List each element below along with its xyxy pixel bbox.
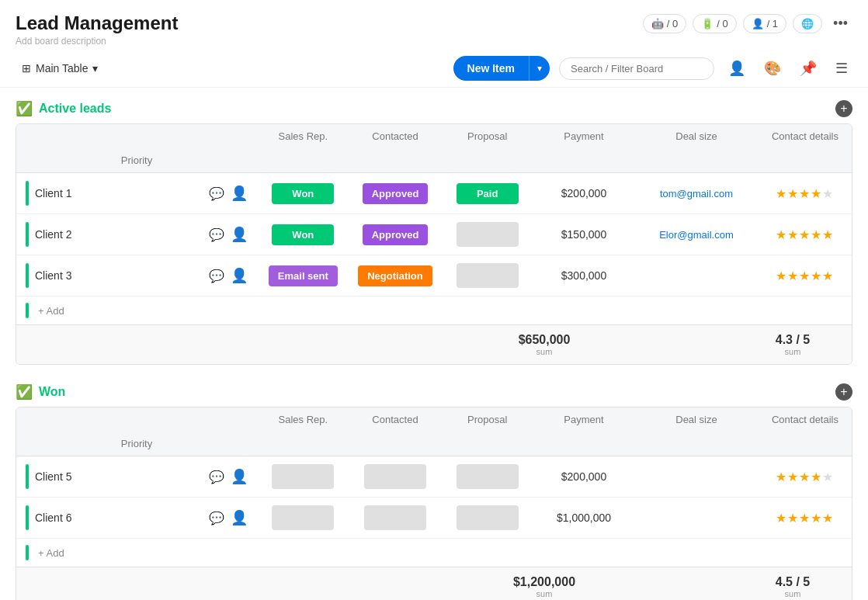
contact-email[interactable]: tom@gmail.com: [660, 188, 733, 199]
new-item-btn[interactable]: New Item: [453, 56, 529, 81]
th-deal-size: Deal size: [634, 124, 759, 148]
th-contacted: Contacted: [349, 124, 442, 148]
status-badge-proposal[interactable]: Negotiation: [358, 265, 432, 286]
filter-icon-btn[interactable]: ☰: [831, 57, 852, 80]
add-color-bar: [26, 545, 29, 560]
toolbar: ⊞ Main Table ▾ New Item ▾ 👤 🎨 📌 ☰: [0, 50, 868, 88]
group-add-btn-won[interactable]: +: [835, 383, 852, 401]
cell-payment[interactable]: [441, 460, 533, 494]
status-empty-payment: [457, 464, 519, 489]
cell-priority: ★★★★★: [759, 223, 852, 247]
avatar-icon[interactable]: 👤: [231, 267, 248, 284]
header-right: 🤖 / 0 🔋 / 0 👤 / 1 🌐 •••: [643, 12, 852, 35]
row-name-cell: Client 2 💬 👤: [16, 214, 257, 255]
summary-priority: 4.3 / 5 sum: [746, 333, 839, 356]
battery-btn[interactable]: 🔋 / 0: [693, 14, 736, 33]
cell-proposal[interactable]: Negotiation: [349, 261, 442, 291]
summary-priority: 4.5 / 5 sum: [746, 575, 839, 598]
app-header: Lead Management Add board description 🤖 …: [0, 0, 868, 88]
table-row: Client 5 💬 👤 $200,000 ★★★★★: [16, 456, 852, 498]
cell-proposal[interactable]: [349, 501, 442, 535]
table-row: Client 1 💬 👤 Won Approved Paid $200,000 …: [16, 173, 852, 214]
table-won: Sales Rep.ContactedProposalPaymentDeal s…: [16, 407, 852, 600]
th-deal-size: Deal size: [634, 408, 759, 432]
th-priority: Priority: [16, 432, 257, 456]
row-name: Client 5: [35, 470, 203, 483]
status-badge-contacted[interactable]: Won: [272, 224, 334, 245]
add-item-btn[interactable]: + Add: [35, 303, 68, 318]
avatar-icon[interactable]: 👤: [231, 509, 248, 526]
search-input[interactable]: [559, 57, 714, 80]
user-icon-btn[interactable]: 👤: [724, 57, 750, 80]
avatar-icon[interactable]: 👤: [231, 226, 248, 243]
header-left: Lead Management Add board description: [16, 12, 178, 47]
cell-contact-details: tom@gmail.com: [634, 183, 759, 204]
comment-icon[interactable]: 💬: [209, 227, 224, 242]
th-name: [16, 130, 257, 143]
row-color-bar: [26, 464, 29, 489]
status-badge-contacted[interactable]: Email sent: [269, 265, 338, 286]
pin-icon-btn[interactable]: 📌: [795, 57, 821, 80]
cell-deal-size: $300,000: [533, 265, 634, 286]
cell-payment[interactable]: Paid: [441, 179, 533, 209]
avatar-icon[interactable]: 👤: [231, 185, 248, 202]
status-empty-payment: [457, 263, 519, 288]
group-title-active_leads[interactable]: Active leads: [39, 102, 111, 116]
cell-contacted[interactable]: [257, 501, 349, 535]
new-item-dropdown-btn[interactable]: ▾: [529, 56, 550, 81]
contact-email[interactable]: Elor@gmail.com: [659, 229, 734, 241]
row-color-bar: [26, 263, 29, 288]
cell-proposal[interactable]: Approved: [349, 179, 442, 209]
comment-icon[interactable]: 💬: [209, 269, 224, 283]
deal-size-value: $1,000,000: [557, 512, 611, 524]
more-btn[interactable]: •••: [828, 12, 852, 35]
new-item-wrap: New Item ▾: [453, 56, 550, 81]
deal-size-value: $300,000: [561, 269, 606, 282]
cell-payment[interactable]: [441, 217, 533, 251]
add-row: + Add: [16, 297, 852, 324]
status-badge-contacted[interactable]: Won: [272, 183, 334, 204]
status-badge-proposal[interactable]: Approved: [363, 224, 429, 245]
summary-deal-size: $650,000 sum: [498, 333, 591, 356]
comment-icon[interactable]: 💬: [209, 511, 224, 525]
row-name-cell: Client 5 💬 👤: [16, 456, 257, 497]
cell-priority: ★★★★★: [759, 465, 852, 489]
comment-icon[interactable]: 💬: [209, 470, 224, 484]
app-subtitle[interactable]: Add board description: [16, 36, 178, 47]
status-badge-proposal[interactable]: Approved: [363, 183, 429, 204]
summary-deal-value: $1,200,000: [498, 575, 591, 589]
row-name: Client 3: [35, 269, 203, 282]
cell-contact-details: [634, 513, 759, 522]
group-collapse-icon[interactable]: ✅: [16, 100, 33, 117]
group-title-won[interactable]: Won: [39, 385, 65, 399]
globe-btn[interactable]: 🌐: [793, 14, 822, 33]
paint-icon-btn[interactable]: 🎨: [759, 57, 786, 80]
summary-priority-label: sum: [746, 589, 839, 598]
robot-btn[interactable]: 🤖 / 0: [643, 14, 686, 33]
people-btn[interactable]: 👤 / 1: [743, 14, 786, 33]
summary-row: $1,200,000 sum 4.5 / 5 sum: [16, 567, 852, 600]
status-badge-payment[interactable]: Paid: [457, 183, 519, 204]
cell-proposal[interactable]: Approved: [349, 220, 442, 250]
group-add-btn-active_leads[interactable]: +: [835, 100, 852, 117]
row-name-cell: Client 3 💬 👤: [16, 255, 257, 296]
add-item-btn[interactable]: + Add: [35, 546, 68, 560]
cell-contacted[interactable]: Email sent: [257, 261, 349, 291]
avatar-icon[interactable]: 👤: [231, 468, 248, 485]
status-empty-payment: [457, 505, 519, 530]
cell-contacted[interactable]: Won: [257, 220, 349, 250]
cell-contacted[interactable]: Won: [257, 179, 349, 209]
cell-deal-size: $150,000: [533, 224, 634, 245]
cell-payment[interactable]: [441, 258, 533, 293]
group-collapse-icon[interactable]: ✅: [16, 383, 33, 401]
people-icon: 👤: [752, 18, 764, 29]
cell-contacted[interactable]: [257, 460, 349, 494]
main-table-btn[interactable]: ⊞ Main Table ▾: [16, 59, 104, 78]
comment-icon[interactable]: 💬: [209, 186, 224, 201]
cell-priority: ★★★★★: [759, 264, 852, 288]
th-contact-details: Contact details: [759, 408, 852, 432]
add-color-bar: [26, 303, 29, 318]
status-empty-contacted: [272, 505, 334, 530]
cell-proposal[interactable]: [349, 460, 442, 494]
cell-payment[interactable]: [441, 501, 533, 535]
